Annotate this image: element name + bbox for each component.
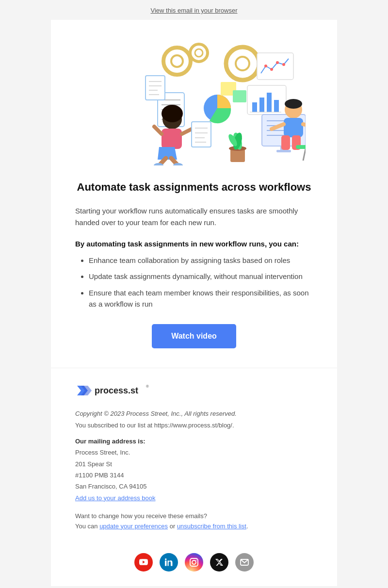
footer-mailing-label: Our mailing address is:	[75, 438, 313, 445]
svg-line-53	[154, 127, 162, 134]
svg-point-27	[276, 61, 279, 64]
footer: process.st ® Copyright © 2023 Process St…	[51, 368, 337, 541]
svg-rect-51	[162, 129, 182, 149]
svg-line-54	[182, 129, 192, 134]
footer-period: .	[246, 523, 248, 530]
email-card: Automate task assignments across workflo…	[51, 20, 337, 586]
hero-illustration	[82, 34, 306, 165]
linkedin-icon[interactable]	[160, 553, 178, 572]
svg-text:®: ®	[146, 384, 149, 389]
svg-point-78	[196, 559, 197, 560]
svg-line-42	[303, 124, 306, 127]
youtube-icon[interactable]	[134, 553, 153, 572]
svg-rect-12	[146, 76, 165, 100]
address-book-link[interactable]: Add us to your address book	[75, 494, 156, 502]
svg-rect-21	[267, 93, 272, 112]
cta-wrap: Watch video	[75, 324, 313, 348]
top-bar: View this email in your browser	[0, 0, 388, 20]
svg-rect-59	[192, 122, 211, 147]
footer-subscribed: You subscribed to our list at https://ww…	[75, 421, 313, 430]
svg-point-1	[171, 55, 183, 67]
social-bar	[51, 541, 337, 586]
email-body: Automate task assignments across workflo…	[51, 170, 337, 368]
footer-address1: 201 Spear St	[75, 460, 112, 468]
svg-point-28	[282, 63, 285, 66]
process-street-logo: process.st ®	[75, 382, 153, 399]
email-icon[interactable]	[235, 553, 254, 572]
twitter-x-icon[interactable]	[210, 553, 228, 572]
footer-copyright: Copyright © 2023 Process Street, Inc., A…	[75, 409, 313, 419]
svg-point-5	[236, 57, 249, 70]
svg-rect-19	[252, 102, 257, 112]
svg-rect-43	[281, 135, 290, 150]
bullet-item-2: Update task assignments dynamically, wit…	[89, 271, 313, 282]
svg-point-50	[162, 105, 183, 122]
svg-rect-76	[190, 558, 198, 566]
intro-text: Starting your workflow runs automaticall…	[75, 205, 313, 229]
svg-point-3	[195, 49, 203, 57]
watch-video-button[interactable]: Watch video	[152, 324, 236, 348]
unsubscribe-link[interactable]: unsubscribe from this list	[177, 523, 246, 530]
footer-address: Process Street, Inc. 201 Spear St #1100 …	[75, 447, 313, 504]
footer-change-text: Want to change how you receive these ema…	[75, 512, 207, 520]
view-in-browser-link[interactable]: View this email in your browser	[151, 7, 238, 14]
svg-text:process.st: process.st	[95, 386, 138, 395]
instagram-icon[interactable]	[185, 553, 203, 572]
footer-logo: process.st ®	[75, 382, 313, 399]
svg-rect-40	[284, 118, 303, 137]
bullet-list: Enhance team collaboration by assigning …	[75, 255, 313, 310]
bullet-item-1: Enhance team collaboration by assigning …	[89, 255, 313, 266]
svg-rect-46	[296, 145, 306, 149]
svg-point-77	[192, 560, 196, 564]
footer-address2: #1100 PMB 3144	[75, 472, 124, 479]
footer-or: or	[170, 523, 176, 530]
svg-rect-37	[276, 150, 291, 152]
footer-company: Process Street, Inc.	[75, 449, 130, 456]
preferences-link[interactable]: update your preferences	[99, 523, 168, 530]
svg-rect-22	[274, 100, 279, 112]
bullet-item-3: Ensure that each team member knows their…	[89, 287, 313, 310]
svg-point-26	[270, 68, 273, 71]
svg-rect-30	[233, 90, 246, 102]
svg-rect-20	[259, 98, 264, 112]
svg-point-39	[285, 99, 302, 109]
main-heading: Automate task assignments across workflo…	[75, 180, 313, 195]
subheading: By automating task assignments in new wo…	[75, 240, 313, 248]
footer-preferences: Want to change how you receive these ema…	[75, 511, 313, 532]
svg-point-25	[264, 65, 267, 67]
footer-city: San Francisco, CA 94105	[75, 483, 146, 490]
svg-rect-24	[257, 53, 293, 80]
svg-point-75	[165, 558, 167, 560]
hero-image	[51, 20, 337, 170]
svg-line-47	[303, 149, 306, 161]
svg-rect-74	[165, 560, 167, 566]
footer-you-can: You can	[75, 523, 98, 530]
